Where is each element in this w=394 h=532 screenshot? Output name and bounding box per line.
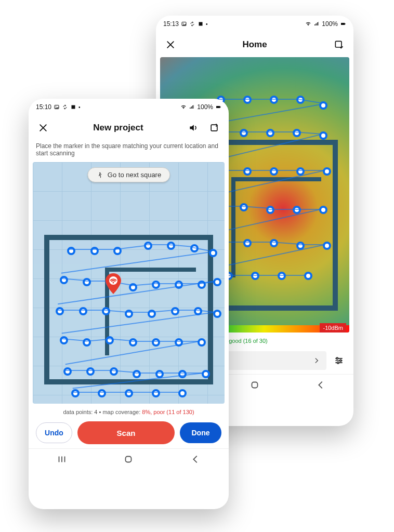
back-button[interactable] — [190, 454, 201, 467]
scan-edge — [85, 281, 108, 282]
stats-value: 8%, poor (11 of 130) — [142, 409, 194, 415]
scan-node[interactable] — [270, 167, 278, 176]
system-nav-bar — [29, 448, 229, 471]
scan-node[interactable] — [60, 276, 68, 284]
scan-node[interactable] — [240, 129, 248, 137]
scan-node[interactable] — [213, 310, 221, 318]
done-button[interactable]: Done — [180, 422, 221, 443]
scan-node[interactable] — [266, 129, 274, 137]
home-button[interactable] — [249, 379, 260, 393]
sync-icon — [189, 21, 195, 27]
svg-point-12 — [337, 362, 339, 364]
scan-edge — [88, 370, 111, 371]
undo-button[interactable]: Undo — [36, 422, 72, 443]
svg-rect-5 — [335, 41, 342, 47]
wifi-signal-icon — [180, 104, 187, 110]
back-button[interactable] — [315, 379, 326, 393]
svg-rect-17 — [216, 106, 220, 108]
scan-node[interactable] — [240, 203, 248, 211]
scan-edge — [272, 170, 298, 171]
svg-rect-4 — [345, 23, 346, 24]
scan-node[interactable] — [152, 389, 160, 397]
battery-icon — [215, 104, 221, 110]
scan-edge — [245, 242, 272, 243]
svg-rect-13 — [252, 382, 257, 388]
scan-edge — [268, 131, 294, 132]
svg-rect-3 — [341, 23, 345, 25]
walk-icon — [96, 171, 103, 179]
scan-node[interactable] — [79, 307, 87, 315]
scan-node[interactable] — [304, 272, 312, 280]
status-dot: • — [78, 104, 81, 110]
scan-node[interactable] — [175, 281, 183, 289]
app-bar: New project — [29, 115, 229, 140]
status-dot: • — [206, 21, 208, 27]
scan-node[interactable] — [171, 307, 179, 315]
scan-node[interactable] — [102, 307, 110, 315]
scan-node[interactable] — [323, 167, 331, 176]
recent-apps-button[interactable] — [56, 454, 68, 467]
stats-prefix: data points: 4 • map coverage: — [63, 409, 140, 415]
scan-node[interactable] — [90, 247, 99, 255]
scan-node[interactable] — [278, 272, 286, 280]
next-square-button[interactable]: Go to next square — [87, 167, 170, 182]
scan-node[interactable] — [133, 370, 141, 378]
rotate-button[interactable] — [206, 119, 222, 136]
sync-icon — [62, 104, 68, 110]
wifi-ap-pin[interactable] — [106, 273, 121, 294]
scan-node[interactable] — [319, 131, 327, 140]
scan-node[interactable] — [125, 310, 133, 318]
battery-text: 100% — [197, 103, 213, 111]
battery-icon — [340, 21, 346, 27]
page-title: Home — [183, 39, 326, 50]
filter-button[interactable] — [332, 353, 346, 368]
scan-edge — [153, 392, 180, 393]
scan-edge — [69, 249, 92, 250]
scan-node[interactable] — [270, 239, 278, 247]
scan-edge — [81, 310, 103, 311]
scan-edge — [245, 170, 272, 171]
scan-edge — [127, 312, 150, 313]
chevron-right-icon — [313, 357, 320, 364]
sliders-icon — [334, 355, 344, 366]
scan-edge — [58, 310, 81, 311]
export-check-icon — [334, 39, 344, 50]
close-icon — [165, 39, 176, 50]
scan-edge — [65, 370, 88, 371]
scan-edge — [173, 310, 195, 311]
close-button[interactable] — [35, 119, 51, 136]
close-button[interactable] — [162, 36, 179, 53]
image-icon — [181, 21, 187, 27]
scan-edge — [279, 275, 306, 276]
close-icon — [38, 123, 48, 133]
scan-edge — [242, 131, 268, 132]
scan-node[interactable] — [202, 370, 210, 378]
scan-edge — [272, 99, 298, 100]
actions-button[interactable] — [331, 36, 347, 53]
app-icon — [70, 104, 76, 110]
scan-node[interactable] — [60, 336, 68, 344]
scan-edge — [253, 275, 279, 276]
status-time: 15:10 — [36, 103, 51, 111]
scan-node[interactable] — [243, 239, 252, 247]
scan-edge — [219, 99, 245, 100]
scan-node[interactable] — [148, 310, 156, 318]
scan-node[interactable] — [152, 281, 160, 289]
sound-button[interactable] — [185, 119, 202, 136]
page-title: New project — [56, 123, 181, 133]
dbm-label: -10dBm — [320, 323, 346, 332]
scan-canvas[interactable]: Go to next square — [33, 162, 225, 404]
scan-button[interactable]: Scan — [77, 421, 175, 444]
svg-point-10 — [336, 357, 338, 359]
scan-edge — [245, 99, 272, 100]
scan-edge — [100, 392, 127, 393]
scan-node[interactable] — [106, 336, 114, 344]
cell-signal-icon — [313, 21, 320, 27]
scan-node[interactable] — [71, 389, 80, 397]
scan-node[interactable] — [110, 367, 118, 376]
status-time: 15:13 — [163, 20, 179, 28]
cell-signal-icon — [189, 104, 195, 110]
home-button[interactable] — [123, 454, 134, 467]
scan-node[interactable] — [323, 242, 331, 250]
action-bar: Undo Scan Done — [29, 418, 229, 448]
